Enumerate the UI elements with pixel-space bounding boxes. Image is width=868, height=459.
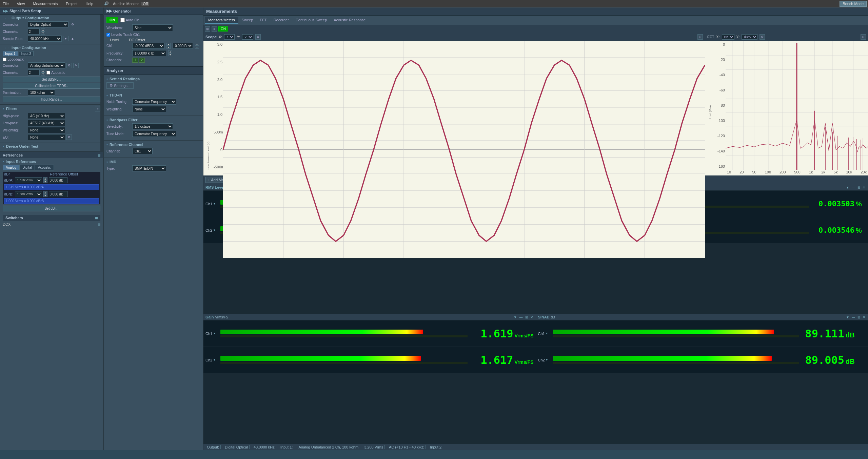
dbra-select[interactable]: 1.619 Vrms (15, 177, 42, 183)
sample-rate-select[interactable]: 48.0000 kHz (28, 36, 62, 42)
calibrate-button[interactable]: Calibrate from TEDS.. (3, 83, 100, 89)
gain-min[interactable]: — (519, 315, 524, 319)
lowpass-select[interactable]: AES17 (40 kHz) (28, 120, 65, 126)
dbra-up[interactable]: ▲ (43, 177, 47, 180)
channels-up[interactable]: ▲ (41, 28, 45, 32)
input-channels-input[interactable] (28, 69, 40, 76)
gain-dropdown[interactable]: ▼ (513, 315, 518, 319)
fft-x-select[interactable]: Hz (722, 34, 734, 40)
selectivity-select[interactable]: 1/3 octave (132, 123, 173, 129)
sinad-min[interactable]: — (851, 315, 856, 319)
connector-select[interactable]: Digital Optical (28, 21, 68, 27)
analyzer-weighting-select[interactable]: None (132, 106, 166, 112)
levels-track-checkbox[interactable] (106, 33, 110, 37)
gain-close[interactable]: ✕ (530, 315, 534, 319)
sinad-expand[interactable]: ⊞ (857, 315, 861, 319)
generator-on-button[interactable]: ON (106, 17, 118, 23)
tab-continuous-sweep[interactable]: Continuous Sweep (292, 17, 330, 24)
scope-x-select[interactable]: s (224, 34, 235, 40)
dbra-offset[interactable] (49, 177, 67, 183)
thdn-dropdown[interactable]: ▼ (845, 186, 850, 189)
set-dbspl-button[interactable]: Set dBSPL... (3, 77, 100, 82)
fft-settings-icon[interactable]: ⚙ (760, 34, 765, 40)
input-connector-edit[interactable]: ✎ (73, 63, 79, 68)
sample-rate-down[interactable]: ▼ (63, 36, 68, 41)
ch1-offset-down[interactable]: ▼ (195, 46, 199, 49)
ref-tab-analog[interactable]: Analog (3, 165, 19, 170)
thdn-min[interactable]: — (851, 186, 856, 189)
sinad-close[interactable]: ✕ (862, 315, 866, 319)
auto-on-label[interactable]: Auto On (120, 18, 139, 22)
dbrb-up[interactable]: ▲ (43, 191, 47, 194)
ch1-level-down[interactable]: ▼ (166, 46, 171, 49)
menu-measurements[interactable]: Measurements (32, 2, 59, 6)
sample-rate-up[interactable]: ▲ (70, 36, 75, 41)
waveform-select[interactable]: Sine (132, 24, 173, 31)
scope-y-select[interactable]: V (242, 34, 253, 40)
menu-file[interactable]: File (1, 2, 10, 6)
thdn-expand[interactable]: ⊞ (857, 186, 861, 189)
gain-ch1-arrow[interactable]: ▼ (213, 332, 216, 335)
imd-type-select[interactable]: SMPTE/DIN (132, 165, 166, 171)
audible-monitor-off-badge[interactable]: Off (141, 2, 149, 6)
rms-ch2-arrow[interactable]: ▼ (213, 229, 216, 232)
ref-tab-digital[interactable]: Digital (19, 165, 35, 170)
bench-mode-button[interactable]: Bench Mode (840, 1, 867, 7)
fft-y-select[interactable]: dBrA (742, 34, 757, 40)
auto-on-checkbox[interactable] (120, 18, 125, 22)
ch1-offset-up[interactable]: ▲ (195, 43, 199, 46)
references-expand[interactable]: ⊞ (98, 153, 100, 157)
termination-select[interactable]: 100 kohm (28, 89, 55, 96)
ch1-offset-select[interactable]: 0.000 D (173, 43, 193, 49)
analyzer-settings-button[interactable]: ⚙ Settings... (106, 82, 134, 89)
input-channels-up[interactable]: ▲ (41, 69, 45, 72)
frequency-select[interactable]: 1.00000 kHz (132, 50, 166, 56)
fft-expand-icon[interactable]: ⊞ (861, 34, 866, 40)
input2-tab[interactable]: Input 2 (19, 51, 34, 56)
acoustic-checkbox[interactable] (46, 71, 50, 75)
sinad-dropdown[interactable]: ▼ (845, 315, 850, 319)
tab-recorder[interactable]: Recorder (270, 17, 292, 24)
input1-tab[interactable]: Input 1 (3, 51, 18, 56)
set-dbr-button[interactable]: Set dBr... (3, 206, 100, 211)
rms-ch1-arrow[interactable]: ▼ (213, 202, 216, 205)
menu-help[interactable]: Help (84, 2, 95, 6)
freq-down[interactable]: ▼ (168, 53, 172, 56)
scope-expand-icon[interactable]: ⊞ (697, 34, 703, 40)
input-connector-select[interactable]: Analog Unbalanced (28, 62, 65, 68)
menu-project[interactable]: Project (64, 2, 79, 6)
sinad-ch2-arrow[interactable]: ▼ (546, 358, 548, 361)
ch2-button[interactable]: 2 (139, 58, 145, 63)
eq-settings[interactable]: ⚙ (66, 134, 72, 140)
dbrb-offset[interactable] (49, 191, 67, 197)
tab-sweep[interactable]: Sweep (238, 17, 257, 24)
connector-settings-icon[interactable]: ⚙ (70, 22, 75, 27)
channels-spinner[interactable]: ▲ ▼ (41, 28, 45, 35)
dcx-expand[interactable]: ⊞ (98, 223, 100, 226)
meas-icon2[interactable]: ≡ (212, 26, 217, 32)
menu-view[interactable]: View (16, 2, 26, 6)
dbrb-down[interactable]: ▼ (43, 194, 47, 197)
ref-tab-acoustic[interactable]: Acoustic (35, 165, 54, 170)
switchers-expand[interactable]: ⊞ (95, 216, 98, 220)
gain-ch2-arrow[interactable]: ▼ (213, 358, 216, 361)
channels-input[interactable] (28, 28, 40, 35)
channels-down[interactable]: ▼ (41, 32, 45, 35)
weighting-select[interactable]: None (28, 127, 65, 133)
loopback-label[interactable]: Loopback (3, 57, 24, 61)
meas-icon1[interactable]: ⊞ (205, 26, 210, 32)
notch-select[interactable]: Generator Frequency (132, 99, 176, 105)
levels-track-label[interactable]: Levels Track Ch1 (106, 33, 140, 37)
ch1-level-up[interactable]: ▲ (166, 43, 171, 46)
scope-settings-icon[interactable]: ⚙ (255, 34, 261, 40)
gain-expand[interactable]: ⊞ (525, 315, 529, 319)
dbrb-select[interactable]: 1.000 Vrms (15, 191, 42, 197)
ch1-level-select[interactable]: -0.000 dBFS (132, 43, 164, 49)
tune-mode-select[interactable]: Generator Frequency (132, 131, 176, 137)
channel-select[interactable]: Ch1 (132, 148, 153, 154)
input-range-button[interactable]: Input Range... (3, 97, 100, 102)
tab-acoustic-response[interactable]: Acoustic Response (330, 17, 369, 24)
highpass-select[interactable]: AC (<10 Hz) (28, 113, 65, 119)
thdn-close[interactable]: ✕ (862, 186, 866, 189)
dbra-down[interactable]: ▼ (43, 180, 47, 183)
